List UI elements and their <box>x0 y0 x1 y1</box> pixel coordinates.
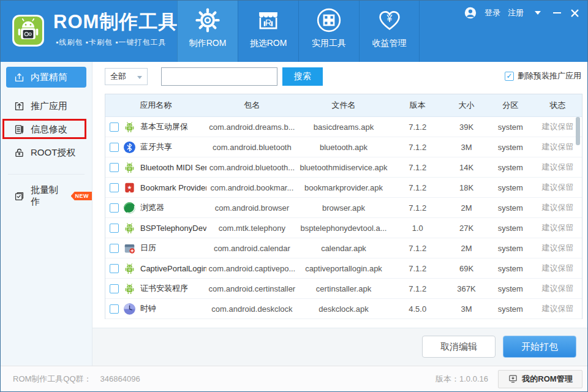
app-version: 4.5.0 <box>390 304 446 314</box>
filter-select[interactable]: 全部 <box>105 68 148 85</box>
search-button[interactable]: 搜索 <box>282 67 323 86</box>
sidebar-item-builtin-trim[interactable]: 内置精简 <box>6 67 86 88</box>
table-row[interactable]: 日历 com.android.calendar calendar.apk 7.1… <box>105 238 582 258</box>
table-row[interactable]: 基本互动屏保 com.android.dreams.b... basicdrea… <box>105 117 582 137</box>
tab-make-rom[interactable]: 制作ROM <box>177 1 238 62</box>
remove-preinstall-checkbox[interactable] <box>505 72 514 81</box>
row-checkbox[interactable] <box>110 183 119 192</box>
package-name: com.mtk.telephony <box>206 224 298 233</box>
android-icon <box>123 222 136 235</box>
app-table: 应用名称包名文件名版本大小分区状态 基本互动屏保 com.android.dre… <box>105 94 582 319</box>
table-body: 基本互动屏保 com.android.dreams.b... basicdrea… <box>105 117 582 319</box>
calendar-icon <box>123 242 136 255</box>
row-checkbox[interactable] <box>110 284 119 293</box>
download-monitor-icon <box>508 374 518 384</box>
app-name: 基本互动屏保 <box>140 121 188 132</box>
table-header-row: 应用名称包名文件名版本大小分区状态 <box>105 94 582 117</box>
row-checkbox[interactable] <box>110 304 119 314</box>
table-row[interactable]: BSPTelephonyDevT... com.mtk.telephony bs… <box>105 218 582 238</box>
table-row[interactable]: ★ Bookmark Provider com.android.bookmar.… <box>105 178 582 198</box>
package-name: com.android.bluetooth... <box>206 163 298 172</box>
register-link[interactable]: 注册 <box>508 7 524 18</box>
package-name: com.android.browser <box>206 203 298 213</box>
row-checkbox[interactable] <box>110 244 119 253</box>
svg-text:R: R <box>265 18 271 28</box>
row-checkbox[interactable] <box>110 143 119 152</box>
qq-group-label: ROM制作工具QQ群： <box>13 374 92 385</box>
app-size: 69K <box>446 264 488 273</box>
partition: system <box>487 244 533 253</box>
batch-icon <box>13 190 25 202</box>
app-size: 3M <box>446 304 488 314</box>
table-row[interactable]: Bluetooth MIDI Ser... com.android.blueto… <box>105 157 582 178</box>
sidebar-item-promote-apps[interactable]: 推广应用 <box>1 94 92 118</box>
row-checkbox[interactable] <box>110 203 119 213</box>
svg-text:¥: ¥ <box>386 13 392 24</box>
file-name: bluetoothmidiservice.apk <box>298 163 390 172</box>
column-header: 文件名 <box>298 100 390 111</box>
app-name: 日历 <box>140 243 156 254</box>
row-checkbox[interactable] <box>110 163 119 172</box>
table-row[interactable]: 时钟 com.android.deskclock deskclock.apk 4… <box>105 299 582 319</box>
table-row[interactable]: 证书安装程序 com.android.certinstaller certins… <box>105 279 582 299</box>
row-checkbox[interactable] <box>110 264 119 273</box>
start-package-button[interactable]: 开始打包 <box>503 336 576 358</box>
remove-preinstall-label: 删除预装推广应用 <box>518 70 581 81</box>
app-size: 18K <box>446 183 488 192</box>
sidebar: 内置精简 推广应用 信息修改 ROOT授权 批量制作 NEW <box>1 62 92 366</box>
file-name: bookmarkprovider.apk <box>298 183 390 192</box>
app-name: BSPTelephonyDevT... <box>140 224 206 233</box>
app-version: 7.1.2 <box>390 183 446 192</box>
minimize-icon[interactable] <box>553 12 561 13</box>
app-version: 7.1.2 <box>390 264 446 273</box>
table-row[interactable]: 蓝牙共享 com.android.bluetooth bluetooth.apk… <box>105 137 582 157</box>
scrollbar-thumb[interactable] <box>576 117 580 145</box>
store-icon: R <box>255 7 281 33</box>
row-checkbox[interactable] <box>110 123 119 132</box>
my-rom-manage-button[interactable]: 我的ROM管理 <box>498 370 582 388</box>
column-header: 包名 <box>206 100 298 111</box>
status: 建议保留 <box>533 243 582 254</box>
android-icon <box>123 262 136 275</box>
app-version: 1.0 <box>390 224 446 233</box>
app-version: 7.1.2 <box>390 143 446 152</box>
partition: system <box>487 304 533 314</box>
package-name: com.android.bluetooth <box>206 143 298 152</box>
file-name: captiveportallogin.apk <box>298 264 390 273</box>
column-header: 状态 <box>533 100 582 111</box>
app-version: 7.1.2 <box>390 203 446 213</box>
android-icon <box>123 161 136 174</box>
status: 建议保留 <box>533 263 582 274</box>
partition: system <box>487 224 533 233</box>
svg-text:★: ★ <box>127 184 132 190</box>
app-title: ROM制作工具 <box>53 9 178 35</box>
sidebar-item-edit-info[interactable]: 信息修改 <box>1 118 92 141</box>
table-row[interactable]: CaptivePortalLogin com.android.captivepo… <box>105 258 582 279</box>
file-name: certinstaller.apk <box>298 284 390 293</box>
tab-earnings[interactable]: ¥ 收益管理 <box>359 1 420 62</box>
table-row[interactable]: 浏览器 com.android.browser browser.apk 7.1.… <box>105 198 582 218</box>
column-header: 应用名称 <box>105 100 206 111</box>
app-version: 7.1.2 <box>390 244 446 253</box>
remove-preinstall-option: 删除预装推广应用 <box>505 70 581 81</box>
app-name: CaptivePortalLogin <box>140 264 206 273</box>
search-input[interactable] <box>161 67 277 86</box>
tab-pick-rom[interactable]: R 挑选ROM <box>238 1 298 62</box>
login-link[interactable]: 登录 <box>484 7 500 18</box>
browser-icon <box>123 202 136 214</box>
row-checkbox[interactable] <box>110 224 119 233</box>
sidebar-item-batch-make[interactable]: 批量制作 NEW <box>1 184 92 208</box>
app-version: 7.1.2 <box>390 163 446 172</box>
close-icon[interactable] <box>571 9 579 17</box>
cancel-edit-button[interactable]: 取消编辑 <box>422 336 496 358</box>
sidebar-item-root-auth[interactable]: ROOT授权 <box>1 141 92 164</box>
gear-icon <box>195 7 221 33</box>
android-icon <box>123 121 136 134</box>
menu-dropdown-icon[interactable] <box>535 11 541 15</box>
package-name: com.android.certinstaller <box>206 284 298 293</box>
file-name: bsptelephonydevtool.a... <box>298 224 390 233</box>
clock-icon <box>123 303 136 315</box>
sidebar-divider <box>8 174 85 175</box>
tab-utilities[interactable]: 实用工具 <box>298 1 359 62</box>
app-window: ROM制作工具 ▪线刷包 ▪卡刷包 ▪一键打包工具 制作ROM R 挑选ROM … <box>0 0 588 392</box>
